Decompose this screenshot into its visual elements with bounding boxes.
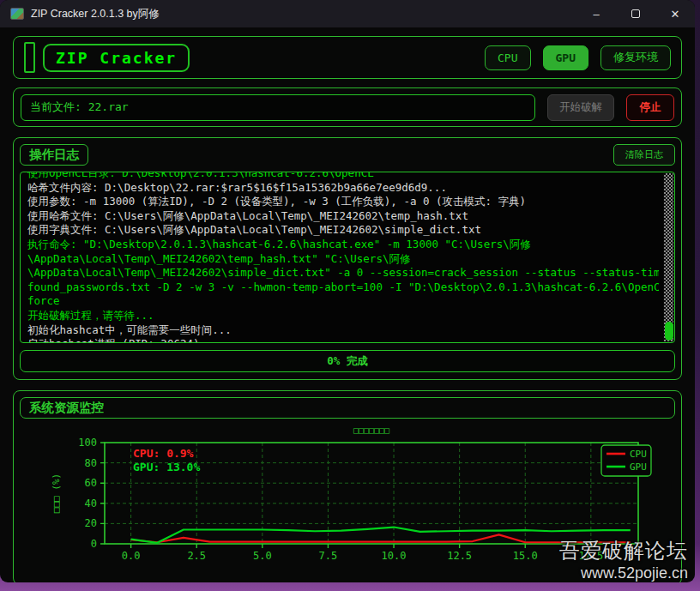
- gpu-mode-button[interactable]: GPU: [543, 45, 588, 70]
- log-line: 使用参数: -m 13000 (算法ID), -D 2 (设备类型), -w 3…: [27, 195, 659, 209]
- file-section: 当前文件: 22.rar 开始破解 停止: [13, 87, 682, 127]
- log-line: \AppData\Local\Temp\_MEI242602\simple_di…: [27, 266, 659, 280]
- log-line: 执行命令: "D:\Desktop\2.0.1.3\hashcat-6.2.6\…: [27, 238, 659, 252]
- svg-text:12.5: 12.5: [447, 550, 472, 562]
- minimize-button[interactable]: –: [576, 0, 616, 27]
- log-scrollbar[interactable]: [663, 173, 673, 341]
- repair-env-button[interactable]: 修复环境: [600, 45, 671, 70]
- log-line: 使用哈希文件: C:\Users\阿修\AppData\Local\Temp\_…: [27, 209, 659, 224]
- app-icon: [10, 8, 24, 20]
- svg-text:7.5: 7.5: [319, 550, 338, 562]
- log-section: 操作日志 清除日志 使用OpenCL目录: D:\Desktop\2.0.1.3…: [13, 137, 682, 380]
- svg-text:17.5: 17.5: [578, 550, 603, 562]
- svg-text:CPU: CPU: [630, 449, 647, 460]
- svg-text:CPU: 0.9%: CPU: 0.9%: [133, 447, 194, 460]
- log-line: 使用字典文件: C:\Users\阿修\AppData\Local\Temp\_…: [27, 223, 659, 238]
- svg-text:2.5: 2.5: [187, 550, 206, 562]
- log-line: 使用OpenCL目录: D:\Desktop\2.0.1.3\hashcat-6…: [27, 172, 659, 181]
- svg-text:0.0: 0.0: [122, 550, 141, 562]
- titlebar: ZIP Cracker 2.0.1.3 by阿修 – ✕: [0, 0, 695, 27]
- progress-bar: 0% 完成: [20, 350, 675, 372]
- svg-text:□□□□□□□: □□□□□□□: [353, 425, 389, 435]
- zipper-icon: [24, 42, 35, 73]
- svg-text:40: 40: [85, 498, 97, 510]
- monitor-section-title: 系统资源监控: [20, 397, 675, 419]
- close-button[interactable]: ✕: [655, 0, 695, 27]
- log-text: 使用OpenCL目录: D:\Desktop\2.0.1.3\hashcat-6…: [27, 172, 659, 342]
- resource-chart-svg: 0204060801000.02.55.07.510.012.515.017.5…: [20, 422, 675, 578]
- svg-text:0: 0: [91, 538, 97, 550]
- svg-text:□□□ (%): □□□ (%): [51, 473, 62, 513]
- monitor-section: 系统资源监控 0204060801000.02.55.07.510.012.51…: [13, 390, 682, 582]
- svg-text:15.0: 15.0: [513, 550, 538, 562]
- clear-log-button[interactable]: 清除日志: [613, 144, 675, 166]
- log-output[interactable]: 使用OpenCL目录: D:\Desktop\2.0.1.3\hashcat-6…: [20, 172, 675, 343]
- log-section-title: 操作日志: [20, 144, 88, 166]
- window-title: ZIP Cracker 2.0.1.3 by阿修: [31, 7, 160, 21]
- resource-chart: 0204060801000.02.55.07.510.012.515.017.5…: [20, 422, 675, 582]
- app-logo: ZIP Cracker: [43, 44, 190, 72]
- svg-text:10.0: 10.0: [382, 550, 407, 562]
- log-line: 开始破解过程，请等待...: [27, 309, 659, 323]
- current-file-field[interactable]: 当前文件: 22.rar: [21, 94, 535, 121]
- log-line: found_passwords.txt -D 2 -w 3 -v --hwmon…: [27, 280, 659, 295]
- svg-text:100: 100: [78, 437, 97, 449]
- cpu-mode-button[interactable]: CPU: [485, 45, 530, 70]
- maximize-icon: [631, 9, 640, 18]
- svg-text:60: 60: [85, 477, 97, 489]
- log-scrollbar-thumb[interactable]: [665, 322, 673, 341]
- maximize-button[interactable]: [616, 0, 655, 27]
- svg-text:5.0: 5.0: [253, 550, 272, 562]
- log-line: 启动hashcat进程 (PID: 30624): [27, 337, 659, 342]
- log-line: force: [27, 294, 659, 309]
- svg-text:80: 80: [85, 457, 97, 469]
- svg-text:GPU: GPU: [630, 461, 647, 473]
- log-line: 初始化hashcat中，可能需要一些时间...: [27, 323, 659, 338]
- app-window: ZIP Cracker 2.0.1.3 by阿修 – ✕ ZIP Cracker…: [0, 0, 695, 582]
- stop-button[interactable]: 停止: [626, 94, 674, 121]
- svg-text:GPU: 13.0%: GPU: 13.0%: [133, 461, 200, 473]
- log-line: 哈希文件内容: D:\Desktop\22.rar:$rar5$16$f15a1…: [27, 181, 659, 196]
- log-line: \AppData\Local\Temp\_MEI242602\temp_hash…: [27, 252, 659, 267]
- header-section: ZIP Cracker CPU GPU 修复环境: [13, 36, 682, 79]
- svg-text:20: 20: [85, 517, 97, 529]
- start-crack-button[interactable]: 开始破解: [547, 94, 614, 121]
